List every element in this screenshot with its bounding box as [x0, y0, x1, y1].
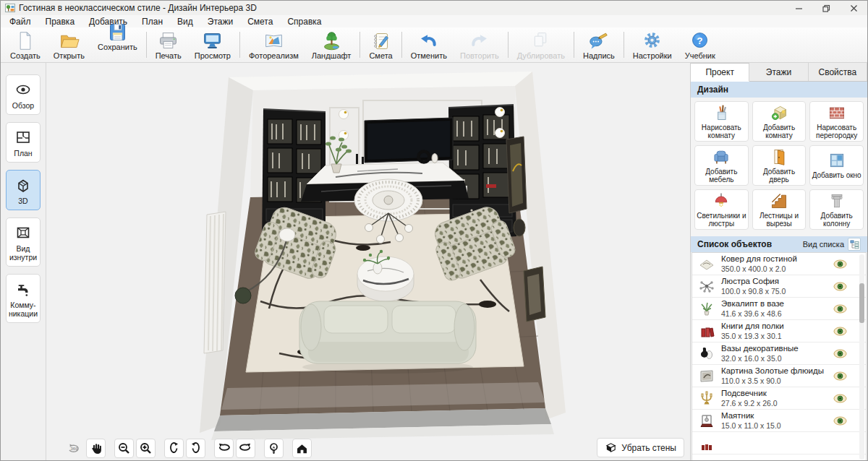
- sidebar-item-communications[interactable]: Комму-никации: [6, 274, 41, 323]
- sidebar-item-3d[interactable]: 3D: [6, 170, 41, 210]
- menu-estimate[interactable]: Смета: [240, 17, 280, 27]
- tool-orbit-left[interactable]: [214, 439, 234, 458]
- tool-light[interactable]: [264, 439, 284, 458]
- tool-zoom-out[interactable]: [114, 439, 134, 458]
- close-button[interactable]: [840, 1, 867, 15]
- landscape-button[interactable]: Ландшафт: [305, 29, 358, 61]
- visibility-eye-icon[interactable]: [833, 371, 847, 381]
- right-panel: Проект Этажи Свойства Дизайн Нарисовать …: [690, 63, 867, 461]
- object-row-candlestick[interactable]: Подсвечник27.6 x 9.2 x 26.0: [692, 387, 866, 410]
- tool-rotate-vertical-left[interactable]: [164, 439, 184, 458]
- object-row-eucalyptus[interactable]: Эвкалипт в вазе41.6 x 39.6 x 48.6: [692, 298, 866, 320]
- draw-partition-button[interactable]: Нарисовать перегородку: [809, 101, 864, 142]
- tool-pan-hand[interactable]: [86, 439, 106, 458]
- viewport-3d[interactable]: 360: [46, 63, 690, 461]
- add-furniture-button[interactable]: Добавить мебель: [694, 145, 749, 186]
- annotation-icon: [588, 30, 609, 51]
- settings-button[interactable]: Настройки: [626, 29, 678, 61]
- menu-file[interactable]: Файл: [2, 17, 38, 27]
- object-list-scrollbar[interactable]: [859, 254, 864, 460]
- faucet-icon: [14, 280, 32, 298]
- sidebar-item-inside-view[interactable]: Вид изнутри: [6, 217, 41, 267]
- books-icon: [698, 435, 715, 451]
- cube-icon: [605, 441, 617, 454]
- help-icon: ?: [689, 30, 710, 51]
- menu-help[interactable]: Справка: [280, 17, 328, 27]
- annotation-button[interactable]: Надпись: [576, 29, 621, 61]
- eye-icon: [14, 81, 32, 98]
- object-row-books[interactable]: Книги для полки35.0 x 19.3 x 30.1: [692, 320, 866, 342]
- new-button[interactable]: Создать: [4, 29, 47, 61]
- menu-plan[interactable]: План: [135, 17, 170, 27]
- stairs-cutouts-button[interactable]: Лестницы и вырезы: [752, 189, 807, 230]
- visibility-eye-icon[interactable]: [833, 349, 847, 358]
- estimate-button[interactable]: Смета: [362, 29, 399, 61]
- titlebar: Гостиная в неоклассическом стиле - Дизай…: [1, 1, 867, 15]
- panel-tabs: Проект Этажи Свойства: [691, 63, 867, 82]
- preview-button[interactable]: Просмотр: [188, 29, 237, 61]
- duplicate-button: Дублировать: [511, 29, 571, 61]
- tool-home[interactable]: [292, 439, 312, 458]
- add-room-button[interactable]: Добавить комнату: [752, 101, 807, 142]
- visibility-eye-icon[interactable]: [833, 282, 847, 291]
- menu-floors[interactable]: Этажи: [200, 17, 240, 27]
- main-toolbar: Создать Открыть Сохранить ▾ Печать: [1, 27, 867, 63]
- column-icon: [827, 191, 846, 210]
- brick-wall-icon: [827, 103, 846, 122]
- house-3d-icon: [14, 176, 32, 194]
- remove-walls-button[interactable]: Убрать стены: [597, 438, 684, 457]
- estimate-notepad-icon: [370, 30, 391, 51]
- visibility-eye-icon[interactable]: [833, 394, 847, 403]
- visibility-eye-icon[interactable]: [833, 327, 847, 336]
- window-icon: [827, 151, 846, 170]
- visibility-eye-icon[interactable]: [833, 304, 847, 314]
- add-door-button[interactable]: Добавить дверь: [752, 145, 807, 186]
- save-button[interactable]: Сохранить ▾: [91, 29, 144, 61]
- sofa[interactable]: [299, 301, 476, 374]
- tv[interactable]: [365, 118, 453, 163]
- lights-chandeliers-button[interactable]: Светильники и люстры: [694, 189, 749, 230]
- door-icon: [770, 147, 788, 166]
- floor-plan-icon: [14, 129, 32, 146]
- undo-button[interactable]: Отменить: [404, 29, 454, 61]
- tab-project[interactable]: Проект: [691, 63, 749, 82]
- tool-zoom-in[interactable]: [136, 439, 156, 458]
- visibility-eye-icon[interactable]: [833, 416, 847, 426]
- object-row-pendulum[interactable]: Маятник15.0 x 11.0 x 15.0: [692, 410, 866, 432]
- tutorial-button[interactable]: ? Учебник: [678, 29, 722, 61]
- list-view-toggle[interactable]: [848, 238, 861, 251]
- scrollbar-thumb[interactable]: [859, 283, 864, 323]
- design-section-header: Дизайн: [691, 82, 867, 98]
- photorealism-button[interactable]: Фотореализм: [242, 29, 305, 61]
- add-window-button[interactable]: Добавить окно: [809, 145, 864, 186]
- restore-button[interactable]: [812, 1, 840, 15]
- tab-properties[interactable]: Свойства: [809, 63, 867, 81]
- plant-icon: [698, 301, 715, 316]
- print-button[interactable]: Печать: [149, 29, 188, 61]
- object-row-chandelier[interactable]: Люстра София100.0 x 90.8 x 75.0: [692, 275, 866, 298]
- sidebar-item-plan[interactable]: План: [6, 122, 41, 163]
- object-row-painting[interactable]: Картина Золотые флюиды110.0 x 3.5 x 90.0: [692, 365, 866, 387]
- add-column-button[interactable]: Добавить колонну: [809, 189, 864, 230]
- menu-edit[interactable]: Правка: [38, 17, 82, 27]
- landscape-tree-icon: [321, 30, 342, 51]
- tool-rotate-vertical-right[interactable]: [186, 439, 205, 458]
- minimize-button[interactable]: [785, 1, 812, 15]
- object-row-partial[interactable]: [692, 432, 866, 454]
- tab-floors[interactable]: Этажи: [749, 63, 808, 81]
- sidebar-item-overview[interactable]: Обзор: [6, 74, 41, 115]
- draw-room-button[interactable]: Нарисовать комнату: [694, 101, 749, 142]
- open-button[interactable]: Открыть: [47, 29, 91, 61]
- armchair-icon: [712, 147, 731, 166]
- window-title: Гостиная в неоклассическом стиле - Дизай…: [19, 3, 257, 13]
- object-row-vases[interactable]: Вазы декоративные32.0 x 16.0 x 35.0: [692, 342, 866, 365]
- room-scene[interactable]: [46, 63, 690, 461]
- tool-orbit-right[interactable]: [236, 439, 255, 458]
- menu-view[interactable]: Вид: [170, 17, 200, 27]
- photorealism-icon: [263, 30, 284, 51]
- open-folder-icon: [59, 30, 80, 51]
- room-box-icon: [770, 103, 788, 122]
- gear-icon: [642, 30, 663, 51]
- object-row-rug[interactable]: Ковер для гостиной350.0 x 400.0 x 2.0: [692, 253, 866, 275]
- visibility-eye-icon[interactable]: [833, 259, 847, 269]
